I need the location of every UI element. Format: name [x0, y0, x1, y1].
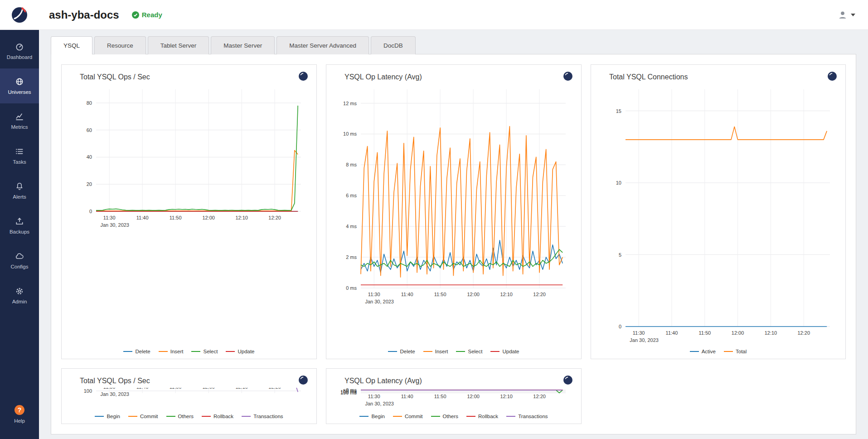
- chart-canvas[interactable]: 05010011:30Jan 30, 202311:4011:5012:0012…: [70, 388, 308, 411]
- tab-label: Master Server: [223, 42, 262, 49]
- tab-tablet-server[interactable]: Tablet Server: [148, 36, 209, 54]
- chart-canvas[interactable]: 0 ms2 ms4 ms6 ms8 ms10 ms12 ms11:30Jan 3…: [335, 84, 573, 346]
- tasks-icon: [15, 147, 24, 156]
- tab-master-server[interactable]: Master Server: [211, 36, 275, 54]
- chart-canvas[interactable]: 02040608011:30Jan 30, 202311:4011:5012:0…: [70, 84, 308, 346]
- sidebar-item-configs[interactable]: Configs: [0, 243, 39, 278]
- legend-item-commit[interactable]: Commit: [128, 414, 158, 419]
- chart-options-icon[interactable]: [298, 71, 308, 83]
- chart-legend: DeleteInsertSelectUpdate: [335, 346, 573, 355]
- tab-docdb[interactable]: DocDB: [371, 36, 416, 54]
- tab-label: YSQL: [63, 42, 80, 49]
- sidebar-item-tasks[interactable]: Tasks: [0, 138, 39, 173]
- svg-text:8 ms: 8 ms: [346, 162, 357, 167]
- legend-item-insert[interactable]: Insert: [159, 349, 184, 354]
- sidebar-item-help[interactable]: ? Help: [0, 397, 39, 432]
- legend-item-delete[interactable]: Delete: [388, 349, 415, 354]
- legend-swatch: [359, 416, 369, 417]
- metrics-icon: [15, 112, 24, 121]
- legend-item-select[interactable]: Select: [456, 349, 482, 354]
- legend-item-select[interactable]: Select: [191, 349, 218, 354]
- legend-label: Active: [702, 349, 716, 354]
- svg-text:12:20: 12:20: [268, 388, 281, 390]
- svg-text:11:50: 11:50: [434, 394, 446, 399]
- chart-options-icon[interactable]: [827, 71, 837, 83]
- legend-item-transactions[interactable]: Transactions: [506, 414, 548, 419]
- legend-label: Select: [203, 349, 218, 354]
- chart-legend: BeginCommitOthersRollbackTransactions: [70, 411, 308, 420]
- legend-item-others[interactable]: Others: [431, 414, 459, 419]
- svg-text:100: 100: [84, 388, 92, 394]
- legend-label: Others: [178, 414, 194, 419]
- svg-text:11:50: 11:50: [170, 215, 182, 220]
- legend-item-active[interactable]: Active: [690, 349, 716, 354]
- svg-text:12:10: 12:10: [235, 215, 248, 220]
- chart-canvas[interactable]: 05101511:30Jan 30, 202311:4011:5012:0012…: [599, 84, 837, 346]
- legend-item-insert[interactable]: Insert: [423, 349, 448, 354]
- tab-resource[interactable]: Resource: [94, 36, 146, 54]
- legend-swatch: [191, 351, 200, 352]
- charts-grid: Total YSQL Ops / Sec 02040608011:30Jan 3…: [61, 64, 846, 424]
- legend-item-begin[interactable]: Begin: [359, 414, 384, 419]
- svg-text:60: 60: [87, 127, 92, 133]
- legend-label: Update: [238, 349, 254, 354]
- ready-check-icon: [132, 11, 139, 19]
- legend-item-transactions[interactable]: Transactions: [242, 414, 283, 419]
- legend-label: Insert: [435, 349, 448, 354]
- legend-item-update[interactable]: Update: [490, 349, 519, 354]
- legend-item-begin[interactable]: Begin: [95, 414, 120, 419]
- sidebar-item-alerts[interactable]: Alerts: [0, 173, 39, 208]
- svg-text:Jan 30, 2023: Jan 30, 2023: [365, 401, 394, 406]
- legend-label: Rollback: [213, 414, 233, 419]
- chart-options-icon[interactable]: [563, 71, 573, 83]
- legend-item-others[interactable]: Others: [166, 414, 194, 419]
- legend-item-delete[interactable]: Delete: [123, 349, 150, 354]
- chevron-down-icon: [851, 14, 855, 16]
- legend-label: Transactions: [253, 414, 283, 419]
- legend-item-rollback[interactable]: Rollback: [202, 414, 233, 419]
- svg-text:0: 0: [89, 209, 92, 214]
- sidebar-item-universes[interactable]: Universes: [0, 68, 39, 103]
- legend-swatch: [506, 416, 515, 417]
- sidebar-item-backups[interactable]: Backups: [0, 208, 39, 243]
- legend-item-total[interactable]: Total: [724, 349, 747, 354]
- chart-options-icon[interactable]: [563, 375, 573, 387]
- chart-legend: BeginCommitOthersRollbackTransactions: [335, 411, 573, 420]
- alerts-icon: [15, 182, 24, 191]
- admin-icon: [15, 287, 24, 296]
- chart-options-icon[interactable]: [298, 375, 308, 387]
- svg-text:11:50: 11:50: [434, 292, 446, 297]
- sidebar-item-label: Help: [14, 418, 25, 424]
- sidebar-item-label: Admin: [12, 299, 27, 304]
- tab-master-server-advanced[interactable]: Master Server Advanced: [276, 36, 369, 54]
- chart-card-ysql-ops: Total YSQL Ops / Sec 02040608011:30Jan 3…: [61, 64, 317, 359]
- svg-text:12:10: 12:10: [500, 394, 513, 399]
- legend-swatch: [466, 416, 475, 417]
- sidebar-item-admin[interactable]: Admin: [0, 278, 39, 313]
- svg-text:11:40: 11:40: [136, 215, 149, 220]
- tab-label: Tablet Server: [160, 42, 197, 49]
- legend-item-update[interactable]: Update: [226, 349, 254, 354]
- legend-item-commit[interactable]: Commit: [393, 414, 423, 419]
- chart-canvas[interactable]: 0 ms50 ms100 ms150 ms11:30Jan 30, 202311…: [335, 388, 573, 411]
- sidebar-item-label: Tasks: [13, 159, 26, 165]
- yugabyte-logo[interactable]: [0, 5, 39, 24]
- svg-text:4 ms: 4 ms: [346, 224, 357, 229]
- sidebar-item-metrics[interactable]: Metrics: [0, 103, 39, 138]
- legend-label: Total: [736, 349, 747, 354]
- user-menu[interactable]: [838, 10, 855, 20]
- legend-swatch: [490, 351, 499, 352]
- svg-text:12:20: 12:20: [268, 215, 281, 220]
- svg-text:11:40: 11:40: [136, 388, 149, 390]
- sidebar-item-dashboard[interactable]: Dashboard: [0, 34, 39, 68]
- svg-text:Jan 30, 2023: Jan 30, 2023: [365, 299, 394, 304]
- tab-ysql[interactable]: YSQL: [51, 36, 92, 54]
- svg-text:0: 0: [619, 324, 621, 329]
- legend-item-rollback[interactable]: Rollback: [466, 414, 498, 419]
- legend-label: Transactions: [518, 414, 548, 419]
- svg-text:12:00: 12:00: [202, 215, 215, 220]
- svg-text:150 ms: 150 ms: [340, 390, 357, 395]
- tab-label: Resource: [107, 42, 133, 49]
- tab-panel: Total YSQL Ops / Sec 02040608011:30Jan 3…: [51, 54, 856, 434]
- main-content: YSQL Resource Tablet Server Master Serve…: [39, 30, 868, 439]
